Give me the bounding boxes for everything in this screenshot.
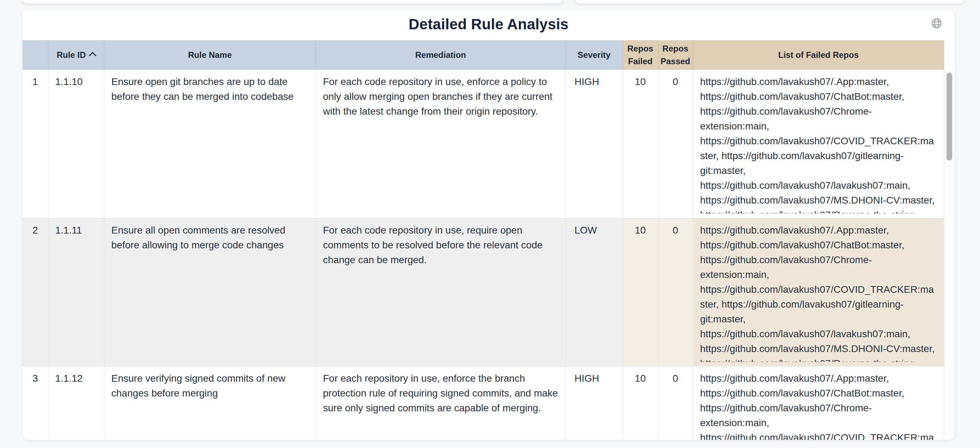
scrollbar-thumb[interactable]	[947, 73, 952, 160]
globe-icon	[931, 17, 943, 29]
failed-repos-cell: https://github.com/lavakush07/.App:maste…	[693, 70, 944, 218]
header-remediation[interactable]: Remediation	[316, 40, 565, 70]
table-scrollbar[interactable]	[944, 70, 955, 440]
repos-passed-cell: 0	[658, 218, 693, 366]
row-index-cell: 1	[22, 70, 48, 218]
rule-id-cell: 1.1.10	[48, 70, 104, 218]
repos-passed-cell: 0	[658, 70, 693, 218]
header-index	[22, 40, 48, 70]
repos-failed-cell: 10	[623, 366, 658, 440]
repos-failed-cell: 10	[623, 70, 658, 218]
table-row: 1 1.1.10 Ensure open git branches are up…	[22, 70, 944, 218]
rule-id-cell: 1.1.11	[48, 218, 104, 366]
rule-name-cell: Ensure all open comments are resolved be…	[104, 218, 316, 366]
table-header-row: Rule ID Rule Name Remediation Severity R…	[22, 40, 944, 70]
table-row: 2 1.1.11 Ensure all open comments are re…	[22, 218, 944, 366]
failed-repos-cell: https://github.com/lavakush07/.App:maste…	[693, 366, 944, 440]
header-failed-repos-list[interactable]: List of Failed Repos	[693, 40, 944, 70]
top-card-right	[575, 0, 964, 3]
header-repos-failed[interactable]: Repos Failed	[623, 40, 658, 70]
remediation-cell: For each repository in use, enforce the …	[316, 366, 565, 440]
sort-ascending-icon	[89, 52, 96, 59]
severity-cell: HIGH	[565, 366, 623, 440]
rule-name-cell: Ensure open git branches are up to date …	[104, 70, 316, 218]
header-repos-passed[interactable]: Repos Passed	[658, 40, 693, 70]
header-rule-id[interactable]: Rule ID	[48, 40, 104, 70]
remediation-cell: For each code repository in use, require…	[316, 218, 565, 366]
rule-analysis-table: Rule ID Rule Name Remediation Severity R…	[22, 40, 944, 440]
repos-failed-cell: 10	[623, 218, 658, 366]
table-row: 3 1.1.12 Ensure verifying signed commits…	[22, 366, 944, 440]
severity-cell: HIGH	[565, 70, 623, 218]
row-index-cell: 2	[22, 218, 48, 366]
repos-passed-cell: 0	[658, 366, 693, 440]
remediation-cell: For each code repository in use, enforce…	[316, 70, 565, 218]
top-card-left	[22, 0, 562, 3]
rule-name-cell: Ensure verifying signed commits of new c…	[104, 366, 316, 440]
failed-repos-cell: https://github.com/lavakush07/.App:maste…	[693, 218, 944, 366]
header-rule-name[interactable]: Rule Name	[104, 40, 316, 70]
row-index-cell: 3	[22, 366, 48, 440]
page-title: Detailed Rule Analysis	[22, 10, 955, 33]
header-severity[interactable]: Severity	[565, 40, 623, 70]
rule-id-cell: 1.1.12	[48, 366, 104, 440]
globe-button[interactable]	[931, 17, 943, 30]
detailed-rule-analysis-card: Detailed Rule Analysis Rule ID Rule Name…	[22, 10, 955, 440]
header-rule-id-label: Rule ID	[57, 50, 86, 60]
severity-cell: LOW	[565, 218, 623, 366]
